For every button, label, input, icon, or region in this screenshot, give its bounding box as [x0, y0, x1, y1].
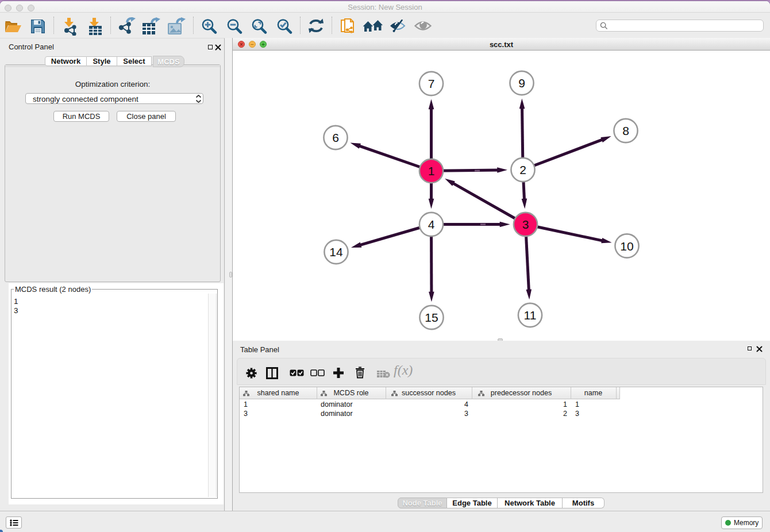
svg-text:7: 7	[428, 77, 435, 90]
svg-text:2: 2	[519, 163, 526, 176]
svg-text:11: 11	[524, 309, 537, 322]
svg-text:6: 6	[332, 131, 339, 144]
svg-text:4: 4	[428, 218, 435, 231]
svg-text:1: 1	[428, 164, 435, 178]
svg-text:9: 9	[518, 76, 525, 90]
svg-text:8: 8	[622, 124, 629, 137]
svg-text:10: 10	[620, 240, 633, 253]
svg-text:15: 15	[425, 311, 438, 324]
svg-text:3: 3	[522, 218, 529, 231]
svg-text:14: 14	[329, 245, 343, 259]
